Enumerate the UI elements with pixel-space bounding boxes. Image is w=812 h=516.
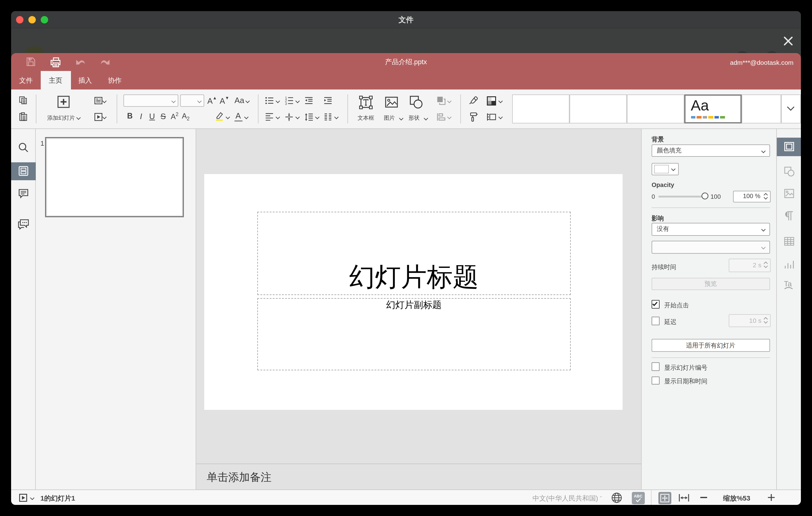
svg-text:3: 3: [285, 102, 287, 105]
svg-text:Ta: Ta: [784, 280, 792, 288]
